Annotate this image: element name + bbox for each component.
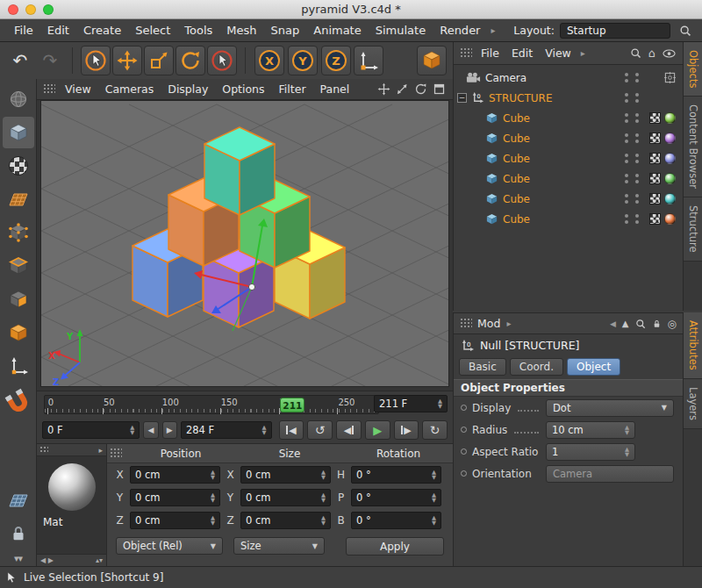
rotate-view-icon[interactable] — [414, 82, 427, 96]
texture-tag-icon[interactable] — [649, 133, 661, 144]
menu-simulate[interactable]: Simulate — [369, 19, 433, 41]
visibility-dots[interactable] — [625, 174, 628, 183]
play-backward-button[interactable]: ↺ — [307, 420, 333, 440]
visibility-dots[interactable] — [635, 154, 639, 163]
visibility-dots[interactable] — [625, 194, 628, 204]
visibility-dots[interactable] — [635, 113, 639, 123]
panel-grip-icon[interactable] — [460, 318, 472, 329]
tree-row-cube[interactable]: Cube — [454, 169, 683, 189]
position-z-field[interactable]: 0 cm▲▼ — [130, 512, 220, 529]
go-to-end-button[interactable]: ↻ — [422, 420, 448, 440]
scroll-left-icon[interactable]: ◀ ▶ — [40, 556, 54, 564]
redo-button[interactable]: ↷ — [35, 46, 65, 75]
target-icon[interactable]: ◎ — [668, 318, 677, 330]
texture-tag-icon[interactable] — [649, 213, 661, 225]
tab-content-browser[interactable]: Content Browser — [684, 97, 702, 197]
menu-animate[interactable]: Animate — [306, 19, 368, 41]
material-tag-icon[interactable] — [664, 193, 676, 204]
model-mode-button[interactable] — [3, 83, 34, 115]
size-x-field[interactable]: 0 cm▲▼ — [240, 466, 331, 484]
orientation-dropdown[interactable]: Camera — [546, 465, 674, 483]
keyframe-circle-icon[interactable] — [461, 470, 467, 477]
layout-select[interactable]: Startup — [560, 23, 670, 39]
start-frame-field[interactable]: 0 F ▲▼ — [42, 421, 140, 439]
visibility-dots[interactable] — [635, 93, 639, 103]
search-icon[interactable] — [679, 25, 691, 37]
panel-grip-icon[interactable] — [39, 446, 48, 454]
menu-file[interactable]: File — [7, 19, 40, 41]
visibility-dots[interactable] — [625, 214, 628, 224]
panel-menu-arrow-icon[interactable]: ▸ — [98, 446, 106, 455]
toggle-view-icon[interactable] — [433, 82, 446, 96]
rotation-h-field[interactable]: 0 °▲▼ — [351, 466, 441, 484]
texture-tag-icon[interactable] — [649, 173, 661, 184]
tree-row-structure[interactable]: − 0 STRUCTURE — [454, 88, 683, 108]
menu-snap[interactable]: Snap — [264, 19, 307, 41]
coord-mode-dropdown[interactable]: Object (Rel)▼ — [116, 537, 223, 555]
current-frame-field[interactable]: 211 F ▲▼ — [374, 395, 448, 412]
material-tag-icon[interactable] — [664, 133, 676, 144]
tree-row-cube[interactable]: Cube — [454, 108, 683, 128]
move-tool-button[interactable] — [112, 46, 142, 75]
frame-stepper[interactable]: ▲▼ — [438, 398, 442, 409]
visibility-dots[interactable] — [635, 174, 639, 183]
om-menu-view[interactable]: View — [539, 47, 577, 60]
material-tag-icon[interactable] — [664, 213, 676, 225]
pan-view-icon[interactable] — [377, 82, 390, 96]
add-cube-object-button[interactable] — [417, 46, 447, 75]
tab-basic[interactable]: Basic — [459, 358, 506, 376]
menu-tools[interactable]: Tools — [177, 19, 219, 41]
tree-row-cube[interactable]: Cube — [454, 209, 683, 229]
texture-tag-icon[interactable] — [649, 112, 661, 124]
visibility-dots[interactable] — [625, 93, 628, 103]
panel-grip-icon[interactable] — [110, 448, 122, 459]
go-to-start-button[interactable]: ◀ — [279, 420, 304, 440]
start-frame-stepper[interactable]: ▲▼ — [130, 425, 134, 435]
tab-object[interactable]: Object — [567, 358, 620, 376]
timeline-playhead[interactable]: 211 — [280, 398, 304, 412]
keyframe-circle-icon[interactable] — [461, 448, 467, 455]
aspect-ratio-stepper[interactable]: ▲▼ — [625, 447, 629, 457]
texture-tag-icon[interactable] — [649, 193, 661, 204]
position-y-field[interactable]: 0 cm▲▼ — [130, 489, 220, 506]
next-frame-button[interactable]: ▶ — [394, 420, 419, 440]
tab-structure[interactable]: Structure — [684, 197, 702, 262]
material-tag-icon[interactable] — [664, 112, 676, 124]
scale-tool-button[interactable] — [144, 46, 174, 75]
position-x-field[interactable]: 0 cm▲▼ — [130, 466, 220, 484]
strip-overflow-button[interactable]: ▾▾ — [3, 551, 34, 565]
menu-mesh[interactable]: Mesh — [219, 19, 263, 41]
last-used-tool-button[interactable] — [207, 46, 237, 75]
visibility-dots[interactable] — [625, 154, 628, 163]
home-icon[interactable]: ⌂ — [648, 47, 655, 60]
viewport-menu-cameras[interactable]: Cameras — [98, 82, 161, 96]
parent-up-icon[interactable]: ▲ — [622, 319, 629, 328]
tab-layers[interactable]: Layers — [684, 379, 702, 429]
tree-row-camera[interactable]: Camera — [454, 68, 683, 88]
viewport-menu-panel[interactable]: Panel — [313, 82, 357, 96]
radius-field[interactable]: 10 cm ▲▼ — [546, 421, 635, 439]
model-object-button[interactable] — [3, 317, 34, 348]
tree-row-cube[interactable]: Cube — [454, 128, 683, 148]
texture-mode-button[interactable] — [3, 150, 34, 182]
lock-button[interactable] — [3, 518, 34, 549]
material-name[interactable]: Mat — [37, 516, 106, 528]
tab-objects[interactable]: Objects — [684, 42, 702, 97]
tree-row-cube[interactable]: Cube — [454, 148, 683, 169]
coordinate-system-button[interactable] — [354, 46, 383, 75]
material-tag-icon[interactable] — [664, 173, 676, 184]
viewport-canvas[interactable]: Y X Z — [40, 100, 449, 387]
panel-grip-icon[interactable] — [43, 83, 55, 95]
previous-frame-button[interactable]: ◀ — [336, 420, 362, 440]
tab-coord[interactable]: Coord. — [510, 358, 563, 376]
edges-mode-button[interactable] — [3, 250, 34, 282]
menu-render[interactable]: Render — [433, 19, 487, 41]
end-frame-stepper[interactable]: ▲▼ — [262, 425, 267, 435]
scroll-vertical-icon[interactable]: ▴▾ — [96, 556, 103, 564]
search-icon[interactable] — [635, 319, 646, 329]
size-mode-dropdown[interactable]: Size▼ — [233, 537, 325, 555]
aspect-ratio-field[interactable]: 1 ▲▼ — [546, 443, 635, 461]
lock-x-axis-button[interactable]: X — [254, 46, 284, 75]
end-frame-field[interactable]: 284 F ▲▼ — [181, 421, 272, 439]
workplane-lock-button[interactable] — [3, 484, 34, 516]
